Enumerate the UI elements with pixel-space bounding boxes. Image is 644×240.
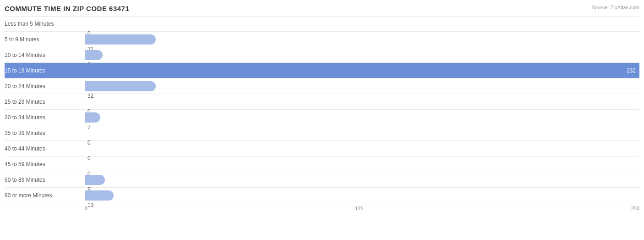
- x-axis-label-0: 0: [85, 206, 87, 211]
- bar-label: 60 to 89 Minutes: [5, 177, 85, 183]
- bar-label: 20 to 24 Minutes: [5, 83, 85, 89]
- x-axis-label-125: 125: [355, 206, 363, 211]
- bar-label: 5 to 9 Minutes: [5, 36, 85, 43]
- chart-container: COMMUTE TIME IN ZIP CODE 63471 Source: Z…: [0, 0, 644, 240]
- bar-track: 232: [85, 66, 639, 76]
- bar-label: 15 to 19 Minutes: [5, 67, 85, 74]
- bar-label: 40 to 44 Minutes: [5, 145, 85, 152]
- bar-row: 5 to 9 Minutes 32: [5, 32, 639, 47]
- bar-track: 13: [85, 190, 639, 201]
- bar-label: Less than 5 Minutes: [5, 21, 85, 27]
- bar-row: Less than 5 Minutes 0: [5, 16, 639, 32]
- bar-track: 9: [85, 175, 639, 185]
- bar-track: 0: [85, 144, 639, 154]
- bar-fill: [85, 175, 105, 185]
- bar-label: 35 to 39 Minutes: [5, 130, 85, 136]
- bar-row: 90 or more Minutes 13: [5, 188, 639, 203]
- bar-track: 8: [85, 50, 639, 60]
- bar-fill: [85, 190, 114, 201]
- bar-row: 40 to 44 Minutes 0: [5, 141, 639, 156]
- x-axis-labels: 0 125 250: [85, 204, 639, 211]
- bar-track: 0: [85, 128, 639, 138]
- bar-label: 90 or more Minutes: [5, 192, 85, 199]
- x-axis-label-250: 250: [631, 206, 639, 211]
- bar-fill: [85, 81, 156, 91]
- bar-fill: [85, 50, 103, 60]
- bar-track: 32: [85, 81, 639, 91]
- bar-track: 7: [85, 112, 639, 123]
- bar-track: 0: [85, 19, 639, 29]
- bar-fill: [85, 66, 600, 76]
- bar-fill: [85, 112, 100, 123]
- x-axis: 0 125 250: [85, 204, 639, 211]
- bar-track: 32: [85, 34, 639, 45]
- bar-row: 15 to 19 Minutes 232: [5, 63, 639, 78]
- bar-row: 20 to 24 Minutes 32: [5, 78, 639, 94]
- bar-label: 30 to 34 Minutes: [5, 114, 85, 121]
- bar-row: 25 to 29 Minutes 0: [5, 94, 639, 110]
- bar-row: 30 to 34 Minutes 7: [5, 110, 639, 125]
- bar-label: 45 to 59 Minutes: [5, 161, 85, 167]
- bar-row: 35 to 39 Minutes 0: [5, 125, 639, 141]
- bar-track: 0: [85, 159, 639, 169]
- bar-row: 60 to 89 Minutes 9: [5, 172, 639, 188]
- bar-row: 10 to 14 Minutes 8: [5, 47, 639, 63]
- bar-value: 232: [627, 67, 636, 74]
- source-label: Source: ZipAtlas.com: [591, 5, 639, 10]
- bars-area: Less than 5 Minutes 0 5 to 9 Minutes 32: [5, 16, 639, 219]
- bar-row: 45 to 59 Minutes 0: [5, 156, 639, 172]
- chart-title: COMMUTE TIME IN ZIP CODE 63471: [5, 5, 639, 12]
- bar-fill: [85, 34, 156, 45]
- bar-track: 0: [85, 97, 639, 107]
- bar-label: 25 to 29 Minutes: [5, 99, 85, 105]
- bar-label: 10 to 14 Minutes: [5, 52, 85, 58]
